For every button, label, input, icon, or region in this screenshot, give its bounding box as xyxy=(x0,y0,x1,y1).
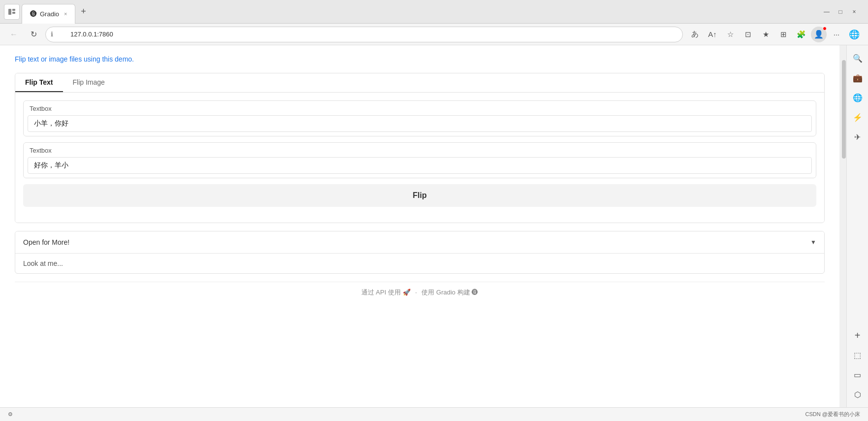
briefcase-icon[interactable]: 💼 xyxy=(849,69,867,87)
close-button[interactable]: × xyxy=(848,6,860,18)
tab-close-icon[interactable]: × xyxy=(64,11,67,17)
textbox2-label: Textbox xyxy=(24,143,816,154)
profile-icon: 👤 xyxy=(814,30,824,39)
extensions-button[interactable]: 🧩 xyxy=(793,27,809,42)
accordion-header[interactable]: Open for More! ▼ xyxy=(15,231,824,253)
profile-button[interactable]: 👤 xyxy=(811,27,827,42)
address-bar[interactable]: ℹ 127.0.0.1:7860 xyxy=(45,27,683,42)
window-mode-icon[interactable]: ▭ xyxy=(849,366,867,384)
textbox2-input[interactable] xyxy=(28,157,812,174)
select-region-icon[interactable]: ⬚ xyxy=(849,346,867,364)
settings-icon[interactable]: ⚙ xyxy=(8,411,13,418)
address-info-icon: ℹ xyxy=(51,31,53,38)
scrollbar-thumb[interactable] xyxy=(842,60,846,159)
footer-built-icon: 🅖 xyxy=(472,289,478,296)
restore-button[interactable]: □ xyxy=(835,6,846,18)
workspaces-button[interactable]: ⊞ xyxy=(775,27,791,42)
accordion-arrow-icon: ▼ xyxy=(810,239,816,246)
bottom-bar: ⚙ CSDN @爱看书的小床 xyxy=(0,407,868,421)
tab-flip-text[interactable]: Flip Text xyxy=(15,73,63,92)
footer: 通过 API 使用 🚀 · 使用 Gradio 构建 🅖 xyxy=(15,282,825,303)
more-menu-button[interactable]: ··· xyxy=(829,27,844,42)
scrollbar[interactable] xyxy=(839,45,846,407)
textbox2-group: Textbox xyxy=(23,142,816,178)
app-description: Flip text or image files using this demo… xyxy=(15,55,825,63)
lightning-icon[interactable]: ⚡ xyxy=(849,108,867,126)
footer-api-text: 通过 API 使用 xyxy=(361,289,401,296)
bottom-right-text: CSDN @爱看书的小床 xyxy=(805,411,860,418)
flip-button[interactable]: Flip xyxy=(23,184,816,207)
edge-icon: 🌐 xyxy=(846,27,862,42)
favorites-button[interactable]: ☆ xyxy=(722,27,738,42)
read-aloud-button[interactable]: あ xyxy=(687,27,703,42)
svg-rect-0 xyxy=(8,9,11,15)
textbox1-input[interactable] xyxy=(28,115,812,132)
textbox1-label: Textbox xyxy=(24,101,816,112)
tab-favicon: 🅖 xyxy=(30,10,37,18)
page-content: Flip text or image files using this demo… xyxy=(0,45,839,407)
tabs-header: Flip Text Flip Image xyxy=(15,73,824,93)
tab-content-flip-text: Textbox Textbox Flip xyxy=(15,93,824,223)
back-button[interactable]: ← xyxy=(6,27,22,42)
svg-rect-1 xyxy=(12,9,15,11)
translate-button[interactable]: A↑ xyxy=(705,27,720,42)
address-text: 127.0.0.1:7860 xyxy=(70,31,113,38)
minimize-button[interactable]: — xyxy=(821,6,833,18)
tabs-container: Flip Text Flip Image Textbox Textbox xyxy=(15,73,825,223)
collections-button[interactable]: ★ xyxy=(758,27,773,42)
external-link-icon[interactable]: ⬡ xyxy=(849,386,867,403)
scrollbar-track xyxy=(841,45,846,407)
tab-title: Gradio xyxy=(40,10,59,18)
footer-dot: · xyxy=(415,289,417,296)
browser-tab[interactable]: 🅖 Gradio × xyxy=(22,4,75,24)
accordion-title: Open for More! xyxy=(23,238,69,246)
footer-built-text: 使用 Gradio 构建 xyxy=(421,289,470,296)
refresh-button[interactable]: ↻ xyxy=(26,27,41,42)
new-tab-button[interactable]: + xyxy=(75,4,91,20)
add-icon[interactable]: + xyxy=(849,326,867,344)
footer-api-icon: 🚀 xyxy=(403,289,413,296)
accordion-body: Look at me... xyxy=(15,253,824,273)
search-icon[interactable]: 🔍 xyxy=(849,49,867,67)
tab-flip-image[interactable]: Flip Image xyxy=(63,73,115,92)
split-view-button[interactable]: ⊡ xyxy=(740,27,756,42)
textbox1-group: Textbox xyxy=(23,100,816,136)
svg-rect-2 xyxy=(12,12,15,14)
right-sidebar: 🔍 💼 🌐 ⚡ ✈ + ⬚ ▭ ⬡ xyxy=(846,45,868,407)
sidebar-toggle[interactable] xyxy=(4,4,20,20)
profile-notification-dot xyxy=(823,27,827,31)
globe-icon[interactable]: 🌐 xyxy=(849,89,867,106)
accordion: Open for More! ▼ Look at me... xyxy=(15,231,825,274)
paper-plane-icon[interactable]: ✈ xyxy=(849,128,867,146)
